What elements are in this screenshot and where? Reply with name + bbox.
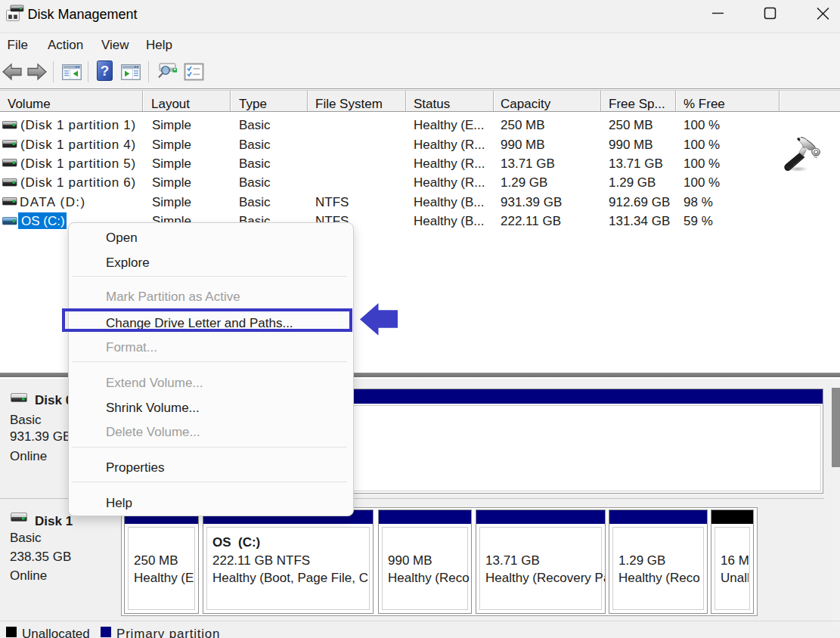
svg-text:?: ? (101, 63, 110, 79)
